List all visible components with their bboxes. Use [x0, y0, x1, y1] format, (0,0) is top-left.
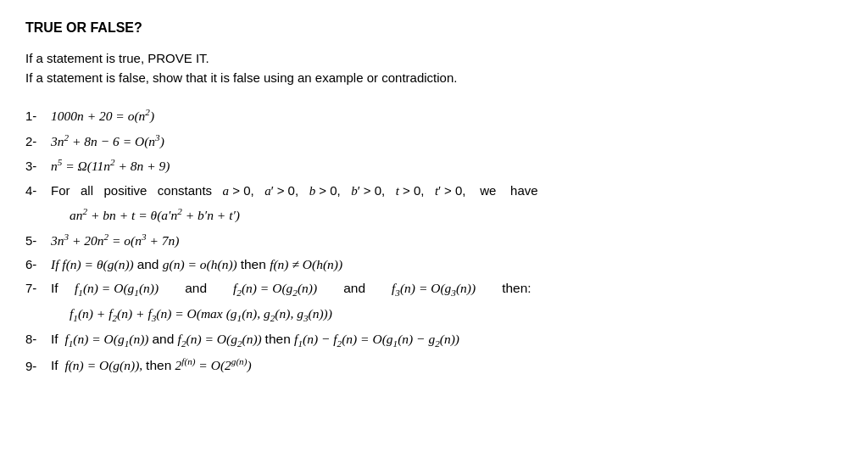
problem-2: 2- 3n2 + 8n − 6 = O(n3): [25, 130, 843, 154]
problem-9: 9- If f(n) = O(g(n)), then 2f(n) = O(2g(…: [25, 354, 843, 377]
problem-7-num: 7-: [25, 277, 51, 299]
problem-3-content: n5 = Ω(11n2 + 8n + 9): [51, 154, 170, 178]
title: TRUE OR FALSE?: [25, 20, 843, 36]
problem-2-content: 3n2 + 8n − 6 = O(n3): [51, 130, 164, 154]
problem-6-content: If f(n) = θ(g(n)) and g(n) = o(h(n)) the…: [51, 254, 342, 276]
problem-8-num: 8-: [25, 328, 51, 350]
problem-6: 6- If f(n) = θ(g(n)) and g(n) = o(h(n)) …: [25, 254, 843, 276]
problem-9-content: If f(n) = O(g(n)), then 2f(n) = O(2g(n)): [51, 354, 252, 377]
problem-6-num: 6-: [25, 254, 51, 276]
problem-7-line2: f1(n) + f2(n) + f3(n) = O(max (g1(n), g2…: [25, 303, 843, 327]
problem-9-num: 9-: [25, 355, 51, 377]
problem-8-content: If f1(n) = O(g1(n)) and f2(n) = O(g2(n))…: [51, 328, 459, 352]
problem-2-num: 2-: [25, 131, 51, 153]
problem-3: 3- n5 = Ω(11n2 + 8n + 9): [25, 154, 843, 178]
problem-1-num: 1-: [25, 105, 51, 127]
page-container: TRUE OR FALSE? If a statement is true, P…: [25, 20, 843, 377]
instruction-line1: If a statement is true, PROVE IT.: [25, 49, 843, 69]
problem-5-num: 5-: [25, 230, 51, 252]
problem-3-num: 3-: [25, 155, 51, 177]
problem-4-content-line2: an2 + bn + t = θ(a′n2 + b′n + t′): [70, 204, 240, 227]
problem-4-line1: 4- For all positive constants a > 0, a′ …: [25, 180, 843, 203]
problem-5: 5- 3n3 + 20n2 = o(n3 + 7n): [25, 229, 843, 253]
problem-8: 8- If f1(n) = O(g1(n)) and f2(n) = O(g2(…: [25, 328, 843, 352]
problem-1-content: 1000n + 20 = o(n2): [51, 104, 154, 128]
problem-7-content-line1: If f1(n) = O(g1(n)) and f2(n) = O(g2(n))…: [51, 277, 531, 301]
problem-1: 1- 1000n + 20 = o(n2): [25, 104, 843, 128]
problem-4-line2: an2 + bn + t = θ(a′n2 + b′n + t′): [25, 204, 843, 227]
problems-list: 1- 1000n + 20 = o(n2) 2- 3n2 + 8n − 6 = …: [25, 104, 843, 377]
problem-4-num: 4-: [25, 180, 51, 202]
instruction-line2: If a statement is false, show that it is…: [25, 69, 843, 88]
problem-7-line1: 7- If f1(n) = O(g1(n)) and f2(n) = O(g2(…: [25, 277, 843, 301]
problem-4-content-line1: For all positive constants a > 0, a′ > 0…: [51, 180, 538, 203]
instructions: If a statement is true, PROVE IT. If a s…: [25, 49, 843, 87]
problem-7-content-line2: f1(n) + f2(n) + f3(n) = O(max (g1(n), g2…: [70, 303, 332, 327]
problem-5-content: 3n3 + 20n2 = o(n3 + 7n): [51, 229, 179, 253]
